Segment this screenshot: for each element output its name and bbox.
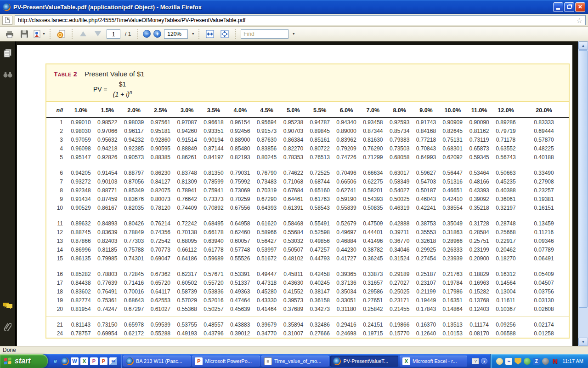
task-button-label: Microsoft Excel - r... <box>413 358 457 364</box>
previous-page-button[interactable] <box>77 28 89 40</box>
pv-factor-cell: 0.66634 <box>360 168 386 177</box>
pv-factor-cell: 0.73503 <box>386 144 413 153</box>
pv-factor-cell: 0.64461 <box>280 195 307 203</box>
fit-page-button[interactable] <box>219 28 231 40</box>
group-spacer <box>46 263 569 270</box>
group-rule <box>46 313 569 320</box>
pv-factor-cell: 0.68301 <box>439 144 466 153</box>
pv-factor-cell: 0.27651 <box>360 296 386 305</box>
pv-factor-cell: 0.70892 <box>200 203 227 212</box>
column-header: 1.5% <box>94 103 121 118</box>
zoom-in-button[interactable]: + <box>153 30 161 38</box>
column-header: 2.5% <box>147 103 174 118</box>
scroll-down-button[interactable]: ▼ <box>578 338 588 346</box>
print-button[interactable] <box>4 28 16 40</box>
minimize-button[interactable] <box>553 2 563 12</box>
pv-factor-cell: 0.13513 <box>439 320 466 329</box>
tray-green-app-icon[interactable] <box>524 358 531 365</box>
start-button[interactable]: start <box>0 354 48 368</box>
pv-factor-cell: 0.65720 <box>147 278 174 287</box>
pv-factor-cell: 0.07789 <box>519 245 569 254</box>
pv-factor-cell: 0.64393 <box>254 203 280 212</box>
table-row: 150.861350.799850.743010.690470.641860.5… <box>46 254 569 263</box>
attachments-panel-icon[interactable] <box>3 322 13 331</box>
restore-button[interactable] <box>564 2 574 12</box>
pv-factor-cell: 0.84893 <box>94 219 121 228</box>
scroll-up-button[interactable]: ▲ <box>578 41 588 50</box>
pages-panel-icon[interactable] <box>3 49 13 58</box>
pv-factor-cell: 0.65873 <box>466 144 492 153</box>
find-input[interactable] <box>243 31 286 37</box>
task-button[interactable]: PV-PresentValueT... <box>330 356 398 367</box>
comments-panel-icon[interactable] <box>3 301 13 310</box>
word-icon[interactable]: W <box>71 357 79 365</box>
pv-factor-cell: 0.66506 <box>333 177 360 186</box>
search-panel-icon[interactable] <box>3 70 13 79</box>
email-dropdown-arrow[interactable]: ▾ <box>43 32 45 36</box>
hide-icons-chevron[interactable]: ▴ <box>481 358 487 364</box>
pv-factor-cell: 0.79383 <box>386 135 413 144</box>
pv-factor-cell: 0.84438 <box>68 278 94 287</box>
task-button[interactable]: BA 213 W11 (Pasc... <box>123 356 191 367</box>
next-page-button[interactable] <box>92 28 104 40</box>
ie-icon[interactable]: e <box>51 357 59 365</box>
powerpoint-icon[interactable]: P <box>100 357 107 365</box>
task-button[interactable]: PMicrosoft PowerPo... <box>192 356 260 367</box>
tray-network-icon[interactable]: ⌁ <box>505 358 512 365</box>
save-button[interactable] <box>18 28 30 40</box>
close-button[interactable]: ✕ <box>575 2 585 12</box>
column-header: 3.5% <box>200 103 227 118</box>
tray-zone-icon[interactable]: Z <box>533 358 540 365</box>
language-indicator-icon[interactable]: ? <box>472 358 479 364</box>
pv-factor-cell: 0.44401 <box>360 228 386 236</box>
pv-factor-cell: 0.11216 <box>519 228 569 236</box>
up-arrow-icon <box>80 31 86 36</box>
zoom-dropdown-arrow[interactable]: ▾ <box>192 32 194 36</box>
pv-factor-cell: 0.63017 <box>386 168 413 177</box>
email-button[interactable]: ▾ <box>33 28 45 40</box>
tray-novell-icon[interactable]: N <box>551 358 558 365</box>
zoom-out-button[interactable]: − <box>143 30 151 38</box>
outlook-icon[interactable]: ✉ <box>109 357 117 365</box>
url-input[interactable] <box>18 17 582 23</box>
pv-factor-cell: 0.31180 <box>333 305 360 313</box>
pv-factor-cell: 0.77218 <box>413 135 440 144</box>
scrollbar-thumb[interactable] <box>579 50 588 308</box>
tray-shield-icon[interactable] <box>514 358 521 365</box>
excel-icon[interactable]: X <box>80 357 88 365</box>
web-page-button[interactable] <box>55 28 67 40</box>
page-total-label: / 1 <box>125 31 131 37</box>
tray-globe-icon[interactable] <box>542 358 549 365</box>
task-button[interactable]: ≡Time_value_of_mo... <box>261 356 329 367</box>
firefox-icon[interactable] <box>61 357 69 365</box>
page-number-input[interactable] <box>107 31 120 38</box>
scrollbar-track[interactable] <box>578 308 588 338</box>
pv-factor-cell: 0.83748 <box>174 168 200 177</box>
table-row: 110.896320.848930.804260.762140.722420.6… <box>46 219 569 228</box>
pv-factor-cell: 0.47318 <box>254 278 280 287</box>
location-bar: ☆ <box>0 14 588 27</box>
pv-factor-cell: 0.72542 <box>147 236 174 245</box>
zoom-level-select[interactable]: 120% <box>164 29 188 39</box>
publisher-icon[interactable]: P <box>90 357 98 365</box>
task-button[interactable]: XMicrosoft Excel - r... <box>400 356 467 367</box>
pv-factor-cell: 0.85282 <box>68 270 94 278</box>
fit-width-button[interactable] <box>204 28 216 40</box>
pv-factor-cell: 0.88771 <box>94 186 121 195</box>
pv-factor-cell: 0.83333 <box>519 118 569 126</box>
pv-factor-cell: 0.26333 <box>439 245 466 254</box>
windows-logo-icon <box>4 357 12 365</box>
find-dropdown-arrow[interactable]: ▾ <box>293 32 294 36</box>
tray-messenger-icon[interactable] <box>496 358 503 365</box>
pv-factor-cell: 0.47464 <box>227 296 254 305</box>
task-button-label: Time_value_of_mo... <box>274 358 321 364</box>
pv-factor-cell: 0.16370 <box>413 320 440 329</box>
pv-factor-cell: 0.19784 <box>439 278 466 287</box>
bookmark-star-icon[interactable]: ☆ <box>577 17 582 25</box>
period-cell: 17 <box>46 278 68 287</box>
pv-factor-cell: 0.29586 <box>360 287 386 296</box>
pv-factor-cell: 0.85349 <box>121 186 147 195</box>
pv-factor-cell: 0.92348 <box>68 186 94 195</box>
pv-factor-cell: 0.75941 <box>200 186 227 195</box>
clock[interactable]: 11:17 AM <box>562 358 583 364</box>
